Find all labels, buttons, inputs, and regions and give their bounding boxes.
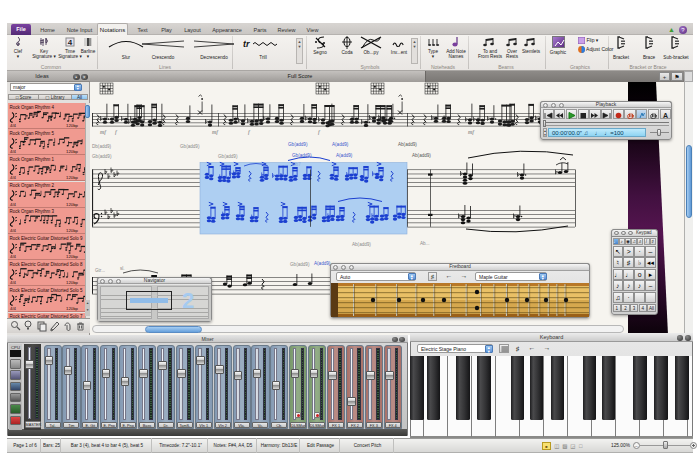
svg-text:Gb(add9): Gb(add9) [292, 153, 312, 158]
svg-text:A: A [663, 112, 668, 119]
svg-text:A(add9): A(add9) [314, 261, 331, 266]
svg-text:Gb(add9): Gb(add9) [290, 262, 310, 267]
svg-text:mf: mf [212, 129, 219, 135]
svg-text:f: f [115, 129, 118, 135]
svg-text:A(add9): A(add9) [336, 153, 353, 158]
svg-text:Gb(add9): Gb(add9) [218, 154, 238, 159]
svg-text:Ab(add9): Ab(add9) [352, 242, 371, 247]
svg-text:Gb(add9): Gb(add9) [92, 154, 112, 159]
svg-text:Gtr...: Gtr... [95, 268, 105, 273]
svg-text:4: 4 [68, 38, 73, 47]
svg-text:tr: tr [243, 39, 250, 48]
svg-text:sl.: sl. [120, 266, 125, 271]
svg-text:Gb7: Gb7 [292, 162, 301, 167]
svg-text:Gb(add9): Gb(add9) [288, 142, 308, 147]
svg-text:Ab(add9): Ab(add9) [412, 153, 431, 158]
svg-text:mf: mf [100, 129, 107, 135]
svg-text:Ab...: Ab... [420, 241, 429, 246]
svg-text:Db(add9): Db(add9) [92, 144, 112, 149]
svg-text:f: f [318, 129, 321, 135]
svg-text:A(add9): A(add9) [332, 142, 349, 147]
svg-text:f: f [248, 129, 251, 135]
svg-text:Ab(add9): Ab(add9) [398, 142, 417, 147]
svg-text:Gb(add9): Gb(add9) [180, 144, 200, 149]
svg-text:mf: mf [468, 129, 475, 135]
